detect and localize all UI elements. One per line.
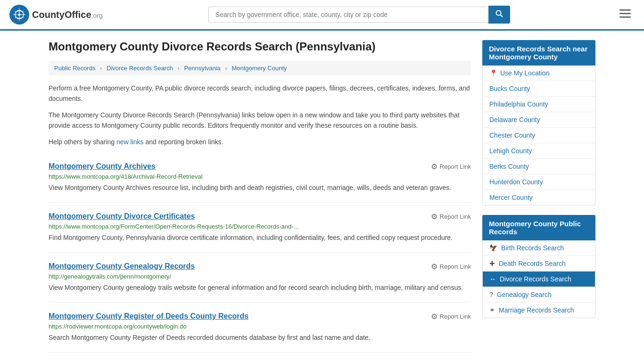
breadcrumb-sep-1: › [100,65,102,72]
result-url-0[interactable]: https://www.montcopa.org/418/Archival-Re… [49,173,471,180]
nearby-county-item[interactable]: Hunterdon County [483,174,595,190]
result-desc-2: View Montgomery County genealogy trails … [49,283,471,293]
nearby-county-item[interactable]: Chester County [483,128,595,143]
sidebar: Divorce Records Search near Montgomery C… [482,40,595,353]
pin-icon: 📍 [489,69,497,77]
nearby-county-link-3[interactable]: Chester County [489,132,535,139]
report-icon-3: ⚙ [431,312,438,321]
public-record-link-1[interactable]: Death Records Search [499,260,566,267]
nearby-county-link-2[interactable]: Delaware County [489,116,540,123]
result-title-1[interactable]: Montgomery County Divorce Certificates [49,212,195,221]
public-record-link-4[interactable]: Marriage Records Search [499,306,574,314]
result-desc-0: View Montgomery County Archives resource… [49,183,471,193]
public-record-link-0[interactable]: Birth Records Search [501,244,564,252]
result-item: Montgomery County Archives ⚙ Report Link… [49,153,471,203]
nearby-county-item[interactable]: Mercer County [483,190,595,205]
public-records-list: 🦅 Birth Records Search ✚ Death Records S… [482,240,595,318]
breadcrumb-sep-3: › [225,65,227,72]
report-label-1: Report Link [440,213,471,220]
svg-point-5 [496,11,501,16]
public-record-icon-2: ↔ [489,275,496,283]
main-container: Montgomery County Divorce Records Search… [39,31,605,362]
result-desc-1: Find Montgomery County, Pennsylvania div… [49,233,471,243]
public-record-item[interactable]: 🦅 Birth Records Search [483,240,595,256]
nearby-counties-container: Bucks CountyPhiladelphia CountyDelaware … [483,81,595,205]
nearby-county-link-1[interactable]: Philadelphia County [489,100,548,108]
public-records-header: Montgomery County Public Records [482,215,595,240]
svg-rect-8 [619,13,631,15]
search-input[interactable] [208,7,488,23]
result-title-3[interactable]: Montgomery County Register of Deeds Coun… [49,312,248,321]
breadcrumb-sep-2: › [178,65,180,72]
svg-point-4 [18,14,21,16]
result-url-1[interactable]: https://www.montcopa.org/FormCenter/Open… [49,223,471,230]
report-link-1[interactable]: ⚙ Report Link [431,212,471,221]
content-area: Montgomery County Divorce Records Search… [49,40,471,353]
nearby-county-link-5[interactable]: Berks County [489,163,529,170]
public-records-section: Montgomery County Public Records 🦅 Birth… [482,215,595,318]
public-record-item[interactable]: ? Genealogy Search [483,287,595,303]
nearby-county-item[interactable]: Philadelphia County [483,97,595,112]
nearby-county-link-0[interactable]: Bucks County [489,85,530,92]
description-2: The Montgomery County Divorce Records Se… [49,110,471,131]
search-area [208,6,510,24]
nearby-county-item[interactable]: Bucks County [483,81,595,97]
logo-text: CountyOffice.org [32,9,103,20]
report-label-0: Report Link [440,163,471,170]
public-record-item[interactable]: ✚ Death Records Search [483,256,595,272]
public-record-icon-3: ? [489,291,493,298]
nearby-county-item[interactable]: Berks County [483,159,595,174]
nearby-county-link-4[interactable]: Lehigh County [489,147,532,155]
nearby-county-item[interactable]: Delaware County [483,112,595,128]
use-location-item[interactable]: 📍 Use My Location [483,66,595,81]
public-record-link-2[interactable]: Divorce Records Search [500,275,571,283]
result-title-2[interactable]: Montgomery County Genealogy Records [49,262,195,271]
hamburger-button[interactable] [616,7,635,23]
logo-icon [9,5,29,25]
public-record-icon-0: 🦅 [489,244,497,252]
results-container: Montgomery County Archives ⚙ Report Link… [49,153,471,353]
public-records-container: 🦅 Birth Records Search ✚ Death Records S… [483,240,595,318]
nearby-list: 📍 Use My Location Bucks CountyPhiladelph… [482,66,595,206]
use-location-link[interactable]: Use My Location [500,69,549,77]
public-record-link-3[interactable]: Genealogy Search [497,291,552,298]
nearby-county-link-7[interactable]: Mercer County [489,194,533,201]
public-record-icon-1: ✚ [489,260,495,267]
nearby-section: Divorce Records Search near Montgomery C… [482,40,595,206]
breadcrumb-public-records[interactable]: Public Records [54,65,95,72]
breadcrumb-divorce-records[interactable]: Divorce Records Search [107,65,173,72]
report-label-2: Report Link [440,263,471,270]
svg-rect-7 [619,9,631,11]
result-header-2: Montgomery County Genealogy Records ⚙ Re… [49,262,471,271]
breadcrumb-montgomery-county[interactable]: Montgomery County [231,65,287,72]
result-header-3: Montgomery County Register of Deeds Coun… [49,312,471,321]
nearby-county-link-6[interactable]: Hunterdon County [489,178,543,186]
result-url-3[interactable]: https://rodviewer.montcopa.org/countyweb… [49,323,471,330]
result-desc-3: Search Montgomery County Register of Dee… [49,333,471,343]
result-url-2[interactable]: http://genealogytrails.com/penn/montgome… [49,273,471,280]
result-item: Montgomery County Register of Deeds Coun… [49,303,471,353]
description-3-suffix: and reporting broken links. [144,138,223,146]
result-header-1: Montgomery County Divorce Certificates ⚙… [49,212,471,221]
public-record-icon-4: ⚭ [489,306,495,314]
svg-line-6 [500,15,503,17]
report-icon-0: ⚙ [431,162,438,171]
description-3-prefix: Help others by sharing [49,138,116,146]
public-record-item[interactable]: ⚭ Marriage Records Search [483,303,595,318]
nearby-county-item[interactable]: Lehigh County [483,143,595,159]
breadcrumb-pennsylvania[interactable]: Pennsylvania [184,65,221,72]
result-item: Montgomery County Divorce Certificates ⚙… [49,203,471,253]
report-label-3: Report Link [440,313,471,320]
header: CountyOffice.org [0,0,644,31]
public-record-item[interactable]: ↔ Divorce Records Search [483,272,595,287]
nearby-header: Divorce Records Search near Montgomery C… [482,40,595,66]
new-links-link[interactable]: new links [116,138,144,146]
page-title: Montgomery County Divorce Records Search… [49,40,471,53]
report-link-3[interactable]: ⚙ Report Link [431,312,471,321]
report-link-0[interactable]: ⚙ Report Link [431,162,471,171]
description-3: Help others by sharing new links and rep… [49,137,471,147]
report-link-2[interactable]: ⚙ Report Link [431,262,471,271]
search-button[interactable] [488,6,510,24]
description-1: Perform a free Montgomery County, PA pub… [49,83,471,104]
result-title-0[interactable]: Montgomery County Archives [49,162,156,171]
